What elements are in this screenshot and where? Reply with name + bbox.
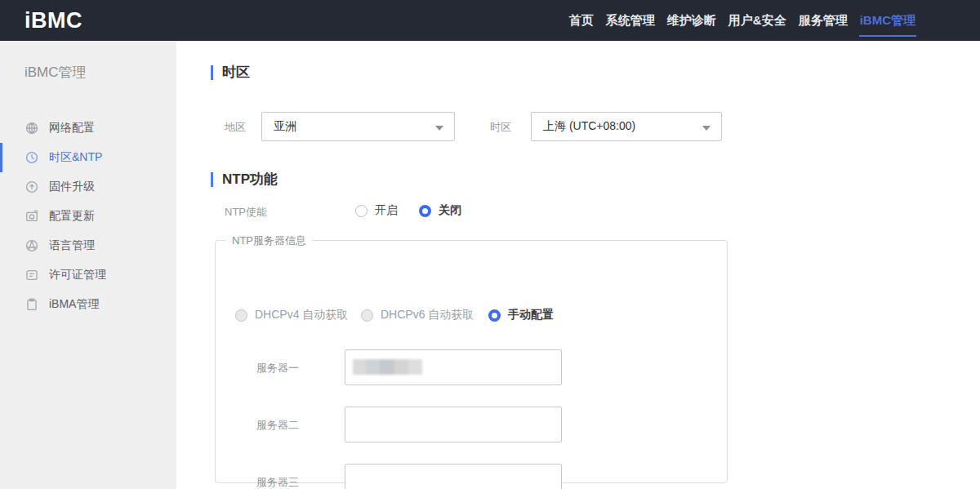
sidebar-item-ibma[interactable]: iBMA管理 [0,290,176,319]
language-icon [24,239,38,253]
nav-item-service[interactable]: 服务管理 [798,0,849,41]
nav-item-ibmc[interactable]: iBMC管理 [859,0,916,41]
sidebar-title: iBMC管理 [24,63,176,82]
sidebar-item-firmware[interactable]: 固件升级 [0,172,176,202]
ntp-section-title: NTP功能 [211,170,278,189]
network-icon [24,122,38,136]
radio-unchecked-icon [355,205,368,217]
sidebar-menu: 网络配置 时区&NTP 固件升级 配置更 [0,113,176,319]
ntp-server-group: NTP服务器信息 DHCPv4 自动获取 DHCPv6 自动获取 手动配置 服务… [215,240,728,483]
timezone-selected-value: 上海 (UTC+08:00) [543,119,635,134]
ntp-mode-manual-radio[interactable]: 手动配置 [488,308,554,322]
sidebar-item-license[interactable]: 许可证管理 [0,260,176,290]
server3-label: 服务器三 [256,475,299,489]
sidebar-item-label: 语言管理 [49,238,95,253]
section-accent-bar [211,172,213,187]
sidebar-item-label: 网络配置 [49,121,95,136]
server3-input[interactable] [345,464,562,489]
config-update-icon [24,210,38,224]
timezone-label: 时区 [490,120,511,135]
server2-input[interactable] [345,407,562,442]
sidebar-item-network[interactable]: 网络配置 [0,113,176,143]
top-navbar: iBMC 首页 系统管理 维护诊断 用户&安全 服务管理 iBMC管理 [0,0,980,41]
ntp-enable-label: NTP使能 [225,205,267,220]
top-nav-menu: 首页 系统管理 维护诊断 用户&安全 服务管理 iBMC管理 [568,0,916,41]
radio-disabled-icon [361,309,373,322]
caret-down-icon [702,126,710,131]
server1-input-wrap [345,349,562,385]
nav-item-home[interactable]: 首页 [568,0,595,41]
radio-checked-icon [488,309,501,322]
server2-label: 服务器二 [256,418,299,433]
sidebar-item-label: 时区&NTP [49,150,102,165]
region-label: 地区 [225,120,246,135]
sidebar: iBMC管理 网络配置 时区&NTP 固件升 [0,41,176,489]
ntp-mode-dhcpv6-radio: DHCPv6 自动获取 [361,308,474,322]
ntp-enable-on-radio[interactable]: 开启 [355,203,398,218]
main-content: 时区 地区 亚洲 时区 上海 (UTC+08:00) NTP功能 NTP使能 开… [176,41,980,489]
nav-item-system[interactable]: 系统管理 [605,0,656,41]
ntp-mode-dhcpv4-radio: DHCPv4 自动获取 [235,308,348,322]
clock-icon [24,151,38,165]
sidebar-item-timezone-ntp[interactable]: 时区&NTP [0,143,176,172]
section-accent-bar [211,65,213,80]
server1-input[interactable] [345,349,562,385]
timezone-select[interactable]: 上海 (UTC+08:00) [531,112,722,141]
upgrade-icon [24,180,38,194]
server1-label: 服务器一 [256,361,299,376]
region-selected-value: 亚洲 [274,119,296,134]
timezone-section-title: 时区 [211,63,250,82]
sidebar-item-label: 配置更新 [49,209,95,224]
ntp-enable-off-radio[interactable]: 关闭 [419,203,461,218]
clipboard-icon [24,298,38,312]
radio-checked-icon [419,205,431,217]
sidebar-item-config-update[interactable]: 配置更新 [0,202,176,231]
region-select[interactable]: 亚洲 [261,112,455,141]
sidebar-item-label: 许可证管理 [49,268,106,282]
sidebar-item-language[interactable]: 语言管理 [0,231,176,260]
app-logo: iBMC [24,8,82,33]
radio-disabled-icon [235,309,247,322]
caret-down-icon [435,126,443,131]
license-icon [24,269,38,282]
ntp-server-group-legend: NTP服务器信息 [226,233,312,248]
sidebar-item-label: 固件升级 [49,180,95,194]
sidebar-item-label: iBMA管理 [49,297,99,312]
nav-item-maintenance[interactable]: 维护诊断 [666,0,717,41]
nav-item-user-security[interactable]: 用户&安全 [728,0,787,41]
